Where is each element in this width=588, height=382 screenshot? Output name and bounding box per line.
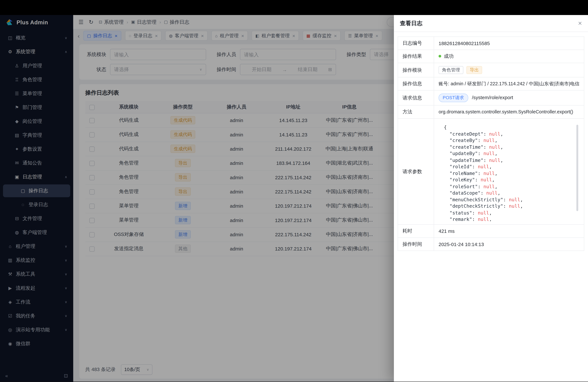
detail-label: 操作结果 (398, 50, 434, 63)
detail-row-params: 请求参数 { "createDept": null, "createBy": n… (398, 118, 584, 224)
detail-label: 操作模块 (398, 63, 434, 77)
view-log-drawer: 查看日志 × 日志编号 1882612840802115585 操作结果 成功 … (394, 15, 588, 382)
export-tag: 导出 (466, 66, 482, 74)
close-icon[interactable]: × (578, 20, 582, 27)
detail-row-time: 操作时间 2025-01-24 10:14:13 (398, 237, 584, 251)
detail-label: 操作时间 (398, 237, 434, 251)
detail-label: 方法 (398, 106, 434, 118)
operation-info-value: 账号: admin / 研发部门 / 222.175.114.242 / 中国|… (434, 77, 584, 90)
request-params-cell: { "createDept": null, "createBy": null, … (434, 118, 584, 224)
request-info-value: POST请求/system/role/export (434, 90, 584, 106)
drawer-header: 查看日志 × (394, 15, 588, 32)
detail-row-request: 请求信息 POST请求/system/role/export (398, 90, 584, 106)
detail-row-cost: 耗时 421 ms (398, 225, 584, 237)
operation-time-value: 2025-01-24 10:14:13 (434, 237, 584, 251)
detail-label: 耗时 (398, 225, 434, 237)
module-tags: 角色管理导出 (434, 63, 584, 77)
detail-row-method: 方法 org.dromara.system.controller.system.… (398, 106, 584, 118)
post-method-tag: POST请求 (439, 93, 468, 102)
detail-label: 请求信息 (398, 90, 434, 106)
detail-row-log-id: 日志编号 1882612840802115585 (398, 37, 584, 50)
code-scrollbar[interactable] (576, 125, 578, 211)
drawer-body: 日志编号 1882612840802115585 操作结果 成功 操作模块 角色… (394, 32, 588, 255)
screenshot-stage: Plus Admin ◫概览∨⚙系统管理∧♙用户管理♖角色管理☰菜单管理⚑部门管… (0, 0, 588, 382)
drawer-title: 查看日志 (400, 20, 422, 27)
log-id-value: 1882612840802115585 (434, 37, 584, 50)
detail-label: 日志编号 (398, 37, 434, 50)
cost-value: 421 ms (434, 225, 584, 237)
success-dot-icon (439, 55, 441, 58)
detail-label: 操作信息 (398, 77, 434, 90)
request-url: /system/role/export (472, 95, 513, 100)
result-value: 成功 (434, 50, 584, 63)
request-params-json[interactable]: { "createDept": null, "createBy": null, … (439, 122, 579, 221)
detail-row-info: 操作信息 账号: admin / 研发部门 / 222.175.114.242 … (398, 77, 584, 90)
module-tag: 角色管理 (439, 66, 463, 74)
method-value: org.dromara.system.controller.system.Sys… (434, 106, 584, 118)
detail-row-result: 操作结果 成功 (398, 50, 584, 63)
detail-label: 请求参数 (398, 118, 434, 224)
detail-row-module: 操作模块 角色管理导出 (398, 63, 584, 77)
log-detail-table: 日志编号 1882612840802115585 操作结果 成功 操作模块 角色… (398, 36, 584, 251)
